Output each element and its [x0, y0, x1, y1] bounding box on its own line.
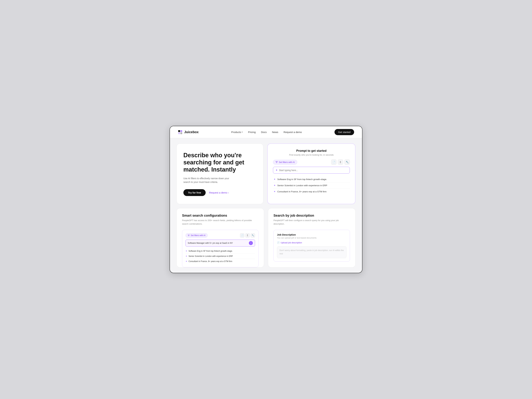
nav-links: Products ▾ Pricing Docs News Request a d… — [231, 131, 302, 133]
mini-send-button[interactable]: › — [249, 241, 253, 245]
logo-icon — [178, 130, 183, 134]
suggestion-item-2[interactable]: ✦ Senior Scientist in London with experi… — [273, 182, 350, 189]
prompt-card: Prompt to get started Find exactly who y… — [267, 144, 355, 204]
svg-rect-3 — [180, 132, 182, 134]
svg-rect-2 — [178, 132, 180, 134]
upload-link[interactable]: 📄 Upload job description — [277, 241, 347, 244]
nav-request-demo[interactable]: Request a demo — [284, 131, 302, 133]
nav-actions: Get started — [335, 129, 354, 135]
search-input-area[interactable]: ✦ — [273, 167, 350, 174]
mini-wrench-icon: 🔧 — [252, 234, 254, 237]
logo[interactable]: Juicebox — [178, 130, 199, 134]
mini-search-value: Software Manager with 5+ yrs exp at SaaS… — [188, 242, 233, 244]
mini-suggestion-2[interactable]: ✦ Senior Scientist in London with experi… — [185, 254, 255, 259]
bottom-row: Smart search configurations PeopleGPT ha… — [177, 208, 355, 267]
main-content: Describe who you're searching for and ge… — [170, 138, 362, 273]
smart-search-title: Smart search configurations — [182, 214, 259, 217]
sigma-icon: Σ — [340, 161, 341, 163]
request-demo-button[interactable]: Request a demo › — [209, 191, 229, 194]
mini-filter-bar: Set filters with AI 📄 Σ 🔧 — [185, 233, 255, 238]
mini-wrench-button[interactable]: 🔧 — [251, 233, 255, 238]
mini-suggestions-list: ✦ Software Eng in SF from top fintech gr… — [185, 248, 255, 264]
send-icon: › — [251, 242, 251, 244]
mini-sparkle-1: ✦ — [185, 250, 187, 252]
mini-suggestion-1[interactable]: ✦ Software Eng in SF from top fintech gr… — [185, 248, 255, 254]
sparkle-icon-2: ✦ — [274, 184, 276, 187]
mini-doc-button[interactable]: 📄 — [240, 233, 244, 238]
sigma-icon-button[interactable]: Σ — [338, 159, 343, 165]
mini-filter-icon — [188, 234, 190, 236]
job-desc-inner-card: Job Description You can upload pdf or te… — [273, 230, 350, 262]
ai-sparkle-icon: ✦ — [275, 169, 278, 172]
job-desc-subtitle: PeopleGPT will then configure a search q… — [273, 219, 350, 226]
smart-search-card: Smart search configurations PeopleGPT ha… — [177, 208, 264, 267]
svg-rect-1 — [180, 130, 182, 132]
job-desc-textarea[interactable]: Don't worry about formatting, paste in j… — [277, 246, 347, 258]
logo-text: Juicebox — [184, 130, 199, 134]
navbar: Juicebox Products ▾ Pricing Docs News Re… — [170, 126, 362, 138]
smart-search-mini-card: Set filters with AI 📄 Σ 🔧 Software Manag… — [182, 230, 259, 267]
svg-rect-0 — [178, 130, 180, 132]
job-desc-card-subtitle: You can upload pdf or text-based documen… — [277, 237, 347, 239]
browser-window: Juicebox Products ▾ Pricing Docs News Re… — [170, 126, 362, 273]
hero-card: Describe who you're searching for and ge… — [177, 144, 263, 204]
hero-headline: Describe who you're searching for and ge… — [183, 152, 257, 173]
smart-search-subtitle: PeopleGPT has access to 200+ search fiel… — [182, 219, 259, 226]
filter-badge[interactable]: Set filters with AI — [273, 160, 297, 165]
mini-search-box[interactable]: Software Manager with 5+ yrs exp at SaaS… — [185, 240, 255, 247]
mini-filter-badge[interactable]: Set filters with AI — [185, 233, 208, 238]
filter-bar: Set filters with AI 📄 Σ 🔧 — [273, 159, 350, 165]
mini-sparkle-2: ✦ — [185, 255, 187, 257]
sparkle-icon-1: ✦ — [274, 178, 276, 181]
mini-sigma-icon: Σ — [247, 234, 248, 237]
doc-icon-button[interactable]: 📄 — [331, 159, 336, 165]
job-desc-card: Search by job description PeopleGPT will… — [268, 208, 355, 267]
mini-doc-icon: 📄 — [241, 234, 244, 237]
hero-row: Describe who you're searching for and ge… — [177, 144, 355, 204]
mini-sigma-button[interactable]: Σ — [245, 233, 250, 238]
upload-icon: 📄 — [277, 241, 280, 244]
suggestion-item-1[interactable]: ✦ Software Eng in SF from top fintech gr… — [273, 176, 350, 182]
mini-sparkle-3: ✦ — [185, 260, 187, 262]
suggestion-item-3[interactable]: ✦ Consultant in France, 8+ years exp at … — [273, 189, 350, 195]
nav-pricing[interactable]: Pricing — [248, 131, 256, 133]
filter-icon-group: 📄 Σ 🔧 — [331, 159, 350, 165]
prompt-card-title: Prompt to get started — [273, 149, 350, 153]
nav-news[interactable]: News — [272, 131, 278, 133]
wrench-icon: 🔧 — [346, 161, 349, 163]
suggestions-list: ✦ Software Eng in SF from top fintech gr… — [273, 176, 350, 195]
job-desc-title: Search by job description — [273, 214, 350, 217]
hero-subtext: Use AI filters to effectively narrow dow… — [183, 177, 237, 184]
nav-docs[interactable]: Docs — [261, 131, 267, 133]
mini-suggestion-3[interactable]: ✦ Consultant in France, 8+ years exp at … — [185, 259, 255, 264]
search-input[interactable] — [279, 169, 347, 171]
hero-cta: Try for free Request a demo › — [183, 189, 257, 196]
chevron-down-icon: ▾ — [242, 131, 243, 133]
doc-icon: 📄 — [332, 161, 335, 163]
filter-icon — [275, 161, 278, 163]
sparkle-icon-3: ✦ — [274, 190, 276, 193]
job-desc-card-title: Job Description — [277, 233, 347, 236]
link-icon-button[interactable]: 🔧 — [344, 159, 350, 165]
mini-filter-icon-group: 📄 Σ 🔧 — [240, 233, 255, 238]
try-for-free-button[interactable]: Try for free — [183, 189, 206, 196]
arrow-icon: › — [228, 191, 229, 194]
prompt-card-subtitle: Find exactly who you're looking for, in … — [273, 154, 350, 156]
get-started-button[interactable]: Get started — [335, 129, 354, 135]
nav-products[interactable]: Products ▾ — [231, 131, 243, 133]
